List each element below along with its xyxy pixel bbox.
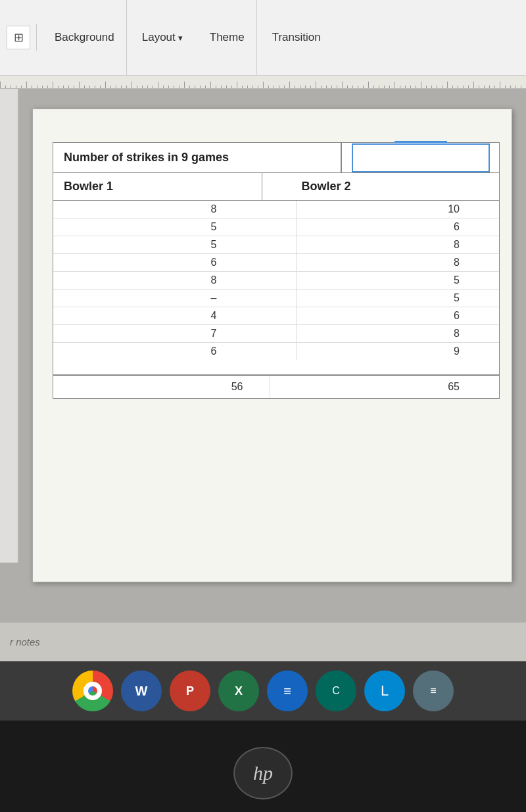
table-title-row: Number of strikes in 9 games [53, 143, 499, 173]
bowler2-score-cell: 8 [297, 254, 500, 271]
background-button[interactable]: Background [43, 0, 127, 75]
bowler1-total: 56 [53, 376, 270, 398]
transition-label: Transition [272, 31, 321, 44]
table-row: 85 [53, 272, 499, 290]
bowler2-score-cell: 6 [297, 218, 500, 236]
table-row: 810 [53, 201, 499, 218]
data-table: Number of strikes in 9 games Bowler 1 Bo… [53, 142, 500, 399]
table-total-row: 56 65 [53, 374, 499, 398]
bowler2-score-cell: 5 [297, 272, 500, 289]
divider-1 [36, 24, 37, 51]
table-header-row: Bowler 1 Bowler 2 [53, 173, 499, 201]
table-row: 69 [53, 343, 499, 360]
bowler1-score-cell: 6 [53, 343, 297, 360]
main-area: Number of strikes in 9 games Bowler 1 Bo… [0, 89, 526, 622]
notes-bar: r notes [0, 622, 526, 661]
bowler1-score-cell: – [53, 290, 297, 307]
theme-label: Theme [210, 31, 245, 44]
bowler2-score-cell: 9 [297, 343, 500, 360]
bowler1-header: Bowler 1 [53, 173, 262, 200]
bowler1-score-cell: 8 [53, 272, 297, 289]
taskbar-powerpoint-icon[interactable]: P [170, 671, 210, 711]
data-rows-container: 81056586885–5467869 [53, 201, 499, 360]
add-slide-button[interactable]: ⊞ [7, 26, 30, 49]
theme-button[interactable]: Theme [198, 0, 257, 75]
table-row: 46 [53, 307, 499, 325]
bowler1-header-text: Bowler 1 [64, 180, 113, 193]
toolbar: ⊞ Background Layout ▾ Theme Transition [0, 0, 526, 76]
bowler1-score-cell: 6 [53, 254, 297, 271]
layout-arrow-icon: ▾ [178, 33, 183, 43]
bowler2-score-cell: 5 [297, 290, 500, 307]
taskbar-app1-icon[interactable]: ≡ [267, 671, 308, 711]
layout-label: Layout [142, 31, 176, 44]
hp-area: hp [0, 721, 526, 812]
slide-left-edge [0, 89, 18, 563]
row-spacer [53, 360, 499, 369]
background-label: Background [55, 31, 114, 44]
taskbar-word-icon[interactable]: W [121, 671, 162, 711]
bowler2-score-cell: 8 [297, 325, 500, 342]
hp-logo-text: hp [253, 762, 273, 784]
table-row: 58 [53, 236, 499, 254]
bowler1-score-cell: 5 [53, 236, 297, 253]
bowler2-total-value: 65 [448, 381, 460, 392]
bowler2-score-cell: 10 [297, 201, 500, 218]
taskbar-excel-icon[interactable]: X [218, 671, 259, 711]
bowler1-score-cell: 8 [53, 201, 297, 218]
bowler2-score-cell: 6 [297, 307, 500, 324]
table-title-cell: Number of strikes in 9 games [53, 143, 341, 172]
selection-handle-top [394, 141, 447, 143]
bowler1-score-cell: 5 [53, 218, 297, 236]
taskbar: W P X ≡ C L ≡ [0, 661, 526, 721]
taskbar-app2-icon[interactable]: C [316, 671, 356, 711]
table-row: 78 [53, 325, 499, 343]
ruler: // Generate ruler ticks dynamically cons… [0, 76, 526, 89]
hp-logo: hp [233, 747, 293, 799]
transition-button[interactable]: Transition [260, 0, 333, 75]
slide-canvas[interactable]: Number of strikes in 9 games Bowler 1 Bo… [32, 109, 512, 582]
bowler1-score-cell: 7 [53, 325, 297, 342]
taskbar-app4-icon[interactable]: ≡ [413, 671, 454, 711]
layout-button[interactable]: Layout ▾ [130, 0, 195, 75]
bowler1-total-value: 56 [231, 381, 243, 392]
table-row: 56 [53, 218, 499, 236]
taskbar-chrome-icon[interactable] [72, 671, 113, 711]
bowler2-header-text: Bowler 2 [302, 180, 351, 193]
table-row: 68 [53, 254, 499, 272]
taskbar-app3-icon[interactable]: L [364, 671, 405, 711]
bowler2-header: Bowler 2 [262, 173, 500, 200]
bowler1-score-cell: 4 [53, 307, 297, 324]
table-row: –5 [53, 290, 499, 307]
notes-text: r notes [10, 636, 40, 647]
selected-input-cell[interactable] [352, 143, 490, 172]
table-title-text: Number of strikes in 9 games [64, 151, 229, 164]
bowler2-score-cell: 8 [297, 236, 500, 253]
bowler2-total: 65 [270, 376, 500, 398]
